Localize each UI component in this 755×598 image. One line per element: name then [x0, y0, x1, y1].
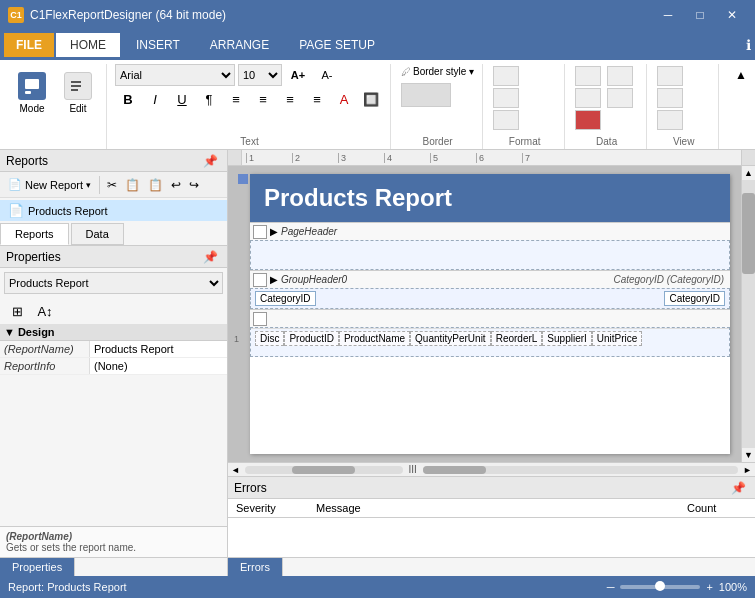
border-color-swatch[interactable] [401, 83, 451, 107]
close-button[interactable]: ✕ [717, 5, 747, 25]
page-header-check[interactable] [253, 225, 267, 239]
edit-button[interactable]: Edit [56, 64, 100, 122]
group-header-content: CategoryID CategoryID [250, 288, 730, 309]
reports-header-actions: 📌 [200, 153, 221, 169]
tab-home[interactable]: HOME [56, 33, 120, 57]
format-btn-3[interactable] [493, 110, 519, 130]
detail-data-row: Disc ProductID ProductName QuantityPerUn… [251, 328, 729, 348]
tab-insert[interactable]: INSERT [122, 33, 194, 57]
scroll-right-btn[interactable]: ► [740, 465, 755, 475]
reports-pin-button[interactable]: 📌 [200, 153, 221, 169]
h-scroll-thumb-2[interactable] [423, 466, 486, 474]
format-btn-1[interactable] [493, 66, 519, 86]
font-color-button[interactable]: A [331, 88, 357, 110]
undo-button[interactable]: ↩ [168, 177, 184, 193]
view-btn-1[interactable] [657, 66, 683, 86]
horizontal-scrollbar[interactable]: ◄ III ► [228, 462, 755, 476]
zoom-slider[interactable] [620, 585, 700, 589]
underline-button[interactable]: U [169, 88, 195, 110]
align-center-button[interactable]: ≡ [250, 88, 276, 110]
paragraph-button[interactable]: ¶ [196, 88, 222, 110]
info-button[interactable]: ℹ [746, 37, 751, 53]
font-size-down-button[interactable]: A- [314, 64, 340, 86]
field-supplieri[interactable]: SupplierI [542, 331, 591, 346]
design-section-header[interactable]: ▼ Design [0, 324, 227, 341]
redo-button[interactable]: ↪ [186, 177, 202, 193]
tab-reports[interactable]: Reports [0, 223, 69, 245]
new-report-button[interactable]: 📄 New Report ▾ [4, 176, 95, 193]
view-btn-3[interactable] [657, 110, 683, 130]
detail-check[interactable] [253, 312, 267, 326]
ruler-mark-3: 3 [338, 153, 384, 163]
ribbon-collapse-btn[interactable]: ▲ [731, 64, 751, 149]
view-btn-2[interactable] [657, 88, 683, 108]
right-area: 1 2 3 4 5 6 7 [228, 150, 755, 576]
field-unitprice[interactable]: UnitPrice [592, 331, 643, 346]
field-productname[interactable]: ProductName [339, 331, 410, 346]
bold-button[interactable]: B [115, 88, 141, 110]
zoom-minus-btn[interactable]: ─ [607, 581, 615, 593]
paste-button[interactable]: 📋 [145, 177, 166, 193]
align-right-button[interactable]: ≡ [277, 88, 303, 110]
size-selector[interactable]: 101214 [238, 64, 282, 86]
mode-button[interactable]: Mode [10, 64, 54, 122]
categoryid-field-2[interactable]: CategoryID [664, 291, 725, 306]
properties-tab-btn[interactable]: Properties [0, 558, 75, 576]
prop-az-btn[interactable]: A↕ [32, 300, 58, 322]
group-header-expand[interactable]: ▶ [270, 274, 278, 285]
group-header-check[interactable] [253, 273, 267, 287]
app-icon: C1 [8, 7, 24, 23]
font-size-up-button[interactable]: A+ [285, 64, 311, 86]
prop-sort-btn[interactable]: ⊞ [4, 300, 30, 322]
data-btn-3[interactable] [607, 66, 633, 86]
tab-arrange[interactable]: ARRANGE [196, 33, 283, 57]
tab-page-setup[interactable]: PAGE SETUP [285, 33, 389, 57]
h-scroll-thumb[interactable] [292, 466, 355, 474]
report-item-products[interactable]: 📄 Products Report [0, 200, 227, 221]
border-style-label[interactable]: Border style ▾ [413, 66, 474, 77]
file-menu[interactable]: FILE [4, 33, 54, 57]
svg-rect-0 [25, 79, 39, 89]
scroll-left-btn[interactable]: ◄ [228, 465, 243, 475]
field-reorderl[interactable]: ReorderL [491, 331, 543, 346]
data-btn-2[interactable] [575, 88, 601, 108]
group-header-label: GroupHeader0 [281, 274, 347, 285]
page-header-expand[interactable]: ▶ [270, 226, 278, 237]
format-btn-2[interactable] [493, 88, 519, 108]
maximize-button[interactable]: □ [685, 5, 715, 25]
tab-data[interactable]: Data [71, 223, 124, 245]
errors-pin-button[interactable]: 📌 [728, 480, 749, 496]
properties-section: Properties 📌 Products Report ⊞ A↕ ▼ Desi… [0, 246, 227, 557]
prop-row-reportinfo: ReportInfo (None) [0, 358, 227, 375]
highlight-button[interactable]: 🔲 [358, 88, 384, 110]
ruler-mark-6: 6 [476, 153, 522, 163]
errors-bottom-tabs: Errors [228, 557, 755, 576]
categoryid-field-1[interactable]: CategoryID [255, 291, 316, 306]
scroll-up-btn[interactable]: ▲ [742, 166, 755, 180]
errors-tab-btn[interactable]: Errors [228, 558, 283, 576]
field-disc[interactable]: Disc [255, 331, 284, 346]
vertical-scrollbar[interactable]: ▲ ▼ [741, 166, 755, 462]
canvas-scroll[interactable]: Products Report ▶ PageHeader [228, 166, 741, 462]
minimize-button[interactable]: ─ [653, 5, 683, 25]
scroll-down-btn[interactable]: ▼ [742, 448, 755, 462]
align-left-button[interactable]: ≡ [223, 88, 249, 110]
data-btn-4[interactable] [607, 88, 633, 108]
prop-reportname-value[interactable]: Products Report [90, 341, 227, 357]
new-report-dropdown-icon[interactable]: ▾ [86, 180, 91, 190]
justify-button[interactable]: ≡ [304, 88, 330, 110]
cut-button[interactable]: ✂ [104, 177, 120, 193]
copy-button[interactable]: 📋 [122, 177, 143, 193]
zoom-plus-btn[interactable]: + [706, 581, 712, 593]
font-selector[interactable]: Arial Segoe UI [115, 64, 235, 86]
prop-reportinfo-value[interactable]: (None) [90, 358, 227, 374]
zoom-controls: ─ + 100% [607, 581, 747, 593]
format-group-label: Format [491, 136, 558, 147]
scroll-thumb[interactable] [742, 193, 755, 273]
properties-pin-button[interactable]: 📌 [200, 249, 221, 265]
italic-button[interactable]: I [142, 88, 168, 110]
field-quantityperunit[interactable]: QuantityPerUnit [410, 331, 491, 346]
field-productid[interactable]: ProductID [284, 331, 338, 346]
property-selector[interactable]: Products Report [4, 272, 223, 294]
data-btn-1[interactable] [575, 66, 601, 86]
